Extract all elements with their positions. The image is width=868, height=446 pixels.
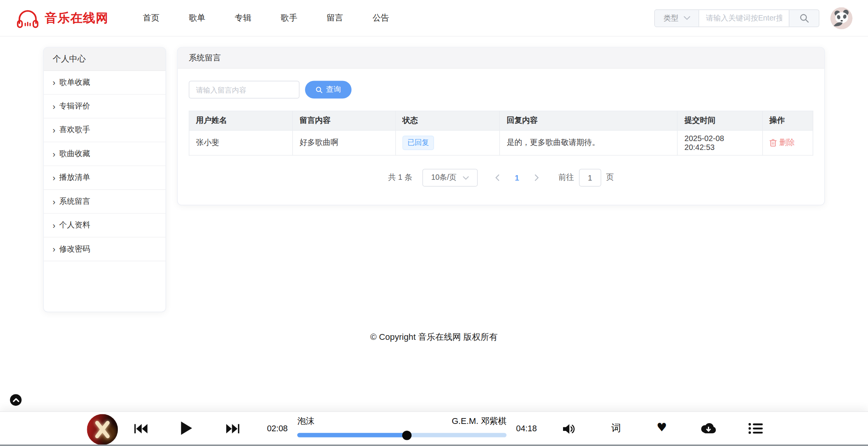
cloud-download-icon (700, 422, 716, 434)
play-icon (181, 421, 192, 435)
chevron-up-icon (12, 398, 19, 402)
sidebar-item-label: 修改密码 (59, 244, 90, 254)
page: 音乐在线网 首页 歌单 专辑 歌手 留言 公告 类型 (0, 0, 868, 446)
nav-item-singers[interactable]: 歌手 (281, 13, 297, 23)
previous-track-button[interactable] (134, 424, 148, 433)
pagination-goto: 前往 页 (558, 169, 614, 187)
headphones-logo-icon (16, 7, 40, 28)
message-search-row: 查询 (189, 81, 813, 99)
chevron-right-icon: › (53, 126, 55, 134)
copyright-footer: © Copyright 音乐在线网 版权所有 (0, 332, 868, 343)
sidebar-item-playlist-favorites[interactable]: › 歌单收藏 (44, 71, 165, 95)
logo[interactable]: 音乐在线网 (16, 7, 108, 28)
page-size-label: 10条/页 (431, 173, 456, 183)
play-button[interactable] (181, 421, 192, 435)
next-track-button[interactable] (225, 424, 239, 433)
status-badge[interactable]: 已回复 (403, 136, 434, 150)
col-username: 用户姓名 (189, 111, 293, 130)
song-title: 泡沫 (297, 416, 314, 427)
artist-name: G.E.M. 邓紫棋 (452, 416, 506, 427)
sidebar-item-liked-singers[interactable]: › 喜欢歌手 (44, 119, 165, 142)
nav-item-home[interactable]: 首页 (143, 13, 160, 23)
lyrics-button[interactable]: 词 (611, 421, 621, 434)
chevron-right-icon (535, 174, 539, 181)
sidebar-item-label: 喜欢歌手 (59, 125, 90, 135)
sidebar-item-label: 歌曲收藏 (59, 149, 90, 159)
panda-avatar-icon (830, 7, 852, 29)
nav-item-messages[interactable]: 留言 (327, 13, 343, 23)
sidebar-title: 个人中心 (44, 48, 165, 71)
sidebar-item-system-messages[interactable]: › 系统留言 (44, 190, 165, 214)
prev-page-button[interactable] (489, 169, 505, 186)
page-size-select[interactable]: 10条/页 (422, 169, 478, 187)
sidebar-item-change-password[interactable]: › 修改密码 (44, 238, 165, 261)
playlist-button[interactable] (748, 423, 763, 434)
scroll-to-top-button[interactable] (10, 394, 22, 406)
goto-label: 前往 (558, 173, 574, 183)
next-page-button[interactable] (529, 169, 545, 186)
search-icon (799, 13, 809, 23)
search-icon (315, 86, 323, 93)
album-art[interactable] (87, 414, 118, 445)
cell-status: 已回复 (396, 130, 500, 155)
nav-item-playlists[interactable]: 歌单 (189, 13, 205, 23)
volume-button[interactable] (563, 424, 577, 435)
system-messages-panel: 系统留言 查询 用户姓名 (177, 47, 825, 205)
type-select[interactable]: 类型 (655, 10, 699, 26)
sidebar-item-profile[interactable]: › 个人资料 (44, 214, 165, 237)
delete-button[interactable]: 删除 (769, 138, 795, 148)
panel-body: 查询 用户姓名 留言内容 状态 回复内容 提交时间 操作 (178, 69, 825, 186)
song-info-row: 泡沫 G.E.M. 邓紫棋 (297, 416, 506, 427)
sidebar-item-song-favorites[interactable]: › 歌曲收藏 (44, 142, 165, 166)
chevron-right-icon: › (53, 174, 55, 182)
trash-icon (769, 139, 777, 146)
chevron-right-icon: › (53, 102, 55, 110)
current-time: 02:08 (264, 424, 291, 433)
total-time: 04:18 (513, 424, 540, 433)
table-header-row: 用户姓名 留言内容 状态 回复内容 提交时间 操作 (189, 111, 813, 130)
sidebar-item-play-queue[interactable]: › 播放清单 (44, 166, 165, 190)
avatar[interactable] (830, 7, 852, 29)
cell-actions: 删除 (762, 130, 813, 155)
playlist-icon (748, 423, 763, 434)
search-button[interactable] (789, 10, 819, 26)
favorite-heart-button[interactable]: ♥ (656, 419, 667, 436)
chevron-right-icon: › (53, 221, 55, 229)
cell-message-content: 好多歌曲啊 (293, 130, 396, 155)
sidebar-item-album-reviews[interactable]: › 专辑评价 (44, 95, 165, 118)
search-input[interactable] (699, 10, 789, 26)
progress-thumb[interactable] (402, 431, 412, 440)
progress-bar[interactable] (297, 433, 506, 437)
chevron-right-icon: › (53, 245, 55, 253)
panel-title: 系统留言 (178, 48, 825, 69)
brand-name: 音乐在线网 (45, 10, 108, 26)
cell-username: 张小斐 (189, 130, 293, 155)
search-group: 类型 (654, 9, 820, 27)
cell-submit-time: 2025-02-08 20:42:53 (677, 130, 762, 155)
next-track-icon (225, 424, 239, 433)
sidebar-item-label: 歌单收藏 (59, 77, 90, 88)
download-button[interactable] (700, 422, 716, 434)
col-reply-content: 回复内容 (500, 111, 678, 130)
message-search-input[interactable] (189, 81, 300, 99)
messages-table: 用户姓名 留言内容 状态 回复内容 提交时间 操作 张小斐 好多歌曲啊 已回复 (189, 111, 813, 156)
col-submit-time: 提交时间 (677, 111, 762, 130)
goto-page-input[interactable] (579, 169, 601, 187)
chevron-left-icon (495, 174, 499, 181)
query-button[interactable]: 查询 (305, 81, 351, 99)
query-button-label: 查询 (326, 85, 341, 95)
col-actions: 操作 (762, 111, 813, 130)
main-nav: 首页 歌单 专辑 歌手 留言 公告 (143, 13, 389, 23)
chevron-right-icon: › (53, 197, 55, 205)
topbar-right: 类型 (654, 7, 852, 29)
nav-item-announcements[interactable]: 公告 (372, 13, 389, 23)
delete-button-label: 删除 (779, 138, 795, 148)
sidebar-item-label: 个人资料 (59, 220, 90, 231)
speaker-icon (563, 424, 577, 435)
cell-reply-content: 是的，更多歌曲敬请期待。 (500, 130, 678, 155)
page-number-current[interactable]: 1 (509, 173, 525, 182)
previous-track-icon (134, 424, 148, 433)
bottom-edge-strip (0, 444, 868, 446)
chevron-down-icon (463, 176, 469, 180)
nav-item-albums[interactable]: 专辑 (235, 13, 251, 23)
